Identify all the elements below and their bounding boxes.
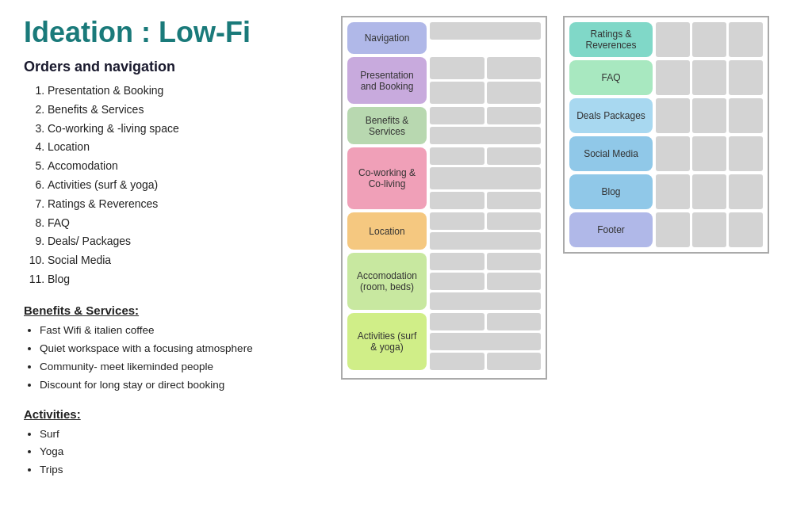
right-box	[729, 174, 763, 209]
wire-boxes-cow	[427, 147, 541, 209]
wire-box	[487, 273, 542, 290]
wire-label-pres: Presentation and Booking	[347, 57, 427, 104]
benefit-item-1: Fast Wifi & italien coffee	[40, 322, 325, 340]
right-boxes-faq	[656, 60, 763, 95]
left-panel: Ideation : Low-Fi Orders and navigation …	[24, 16, 325, 492]
wire-boxes-loc	[427, 212, 541, 250]
right-label-faq: FAQ	[569, 60, 653, 95]
wire-section-nav: Navigation	[347, 22, 541, 54]
right-label-blog: Blog	[569, 174, 653, 209]
nav-item-5: Accomodation	[48, 157, 325, 176]
activity-item-1: Surf	[40, 426, 325, 444]
right-section-faq: FAQ	[569, 60, 763, 95]
wire-box	[487, 212, 542, 230]
right-section-soc: Social Media	[569, 136, 763, 171]
wire-section-acc: Accomodation (room, beds)	[347, 253, 541, 310]
wire-label-loc: Location	[347, 212, 427, 250]
wire-box	[487, 353, 542, 370]
right-box	[692, 136, 726, 171]
wire-label-cow: Co-working & Co-living	[347, 147, 427, 209]
wire-boxes-pres	[427, 57, 541, 104]
wire-box	[430, 167, 541, 189]
wire-label-acc: Accomodation (room, beds)	[347, 253, 427, 310]
activity-item-3: Trips	[40, 461, 325, 479]
right-box	[729, 136, 763, 171]
right-box	[656, 136, 690, 171]
right-box	[729, 22, 763, 57]
right-wireframe: Ratings & ReverencesFAQDeals PackagesSoc…	[563, 16, 769, 254]
wire-box	[487, 107, 542, 124]
right-box	[729, 60, 763, 95]
wire-section-loc: Location	[347, 212, 541, 250]
activity-item-2: Yoga	[40, 443, 325, 461]
wire-box	[430, 333, 541, 350]
page-container: Ideation : Low-Fi Orders and navigation …	[0, 0, 812, 508]
main-title: Ideation : Low-Fi	[24, 16, 325, 49]
right-boxes-rat	[656, 22, 763, 57]
right-box	[692, 22, 726, 57]
right-box	[692, 60, 726, 95]
wire-box	[430, 292, 541, 310]
wire-boxes-nav	[427, 22, 541, 54]
nav-item-9: Deals/ Packages	[48, 232, 325, 251]
right-box	[656, 60, 690, 95]
benefit-item-4: Discount for long stay or direct booking	[40, 376, 325, 395]
wire-section-ben: Benefits & Services	[347, 107, 541, 144]
nav-item-8: FAQ	[48, 214, 325, 233]
wire-box	[430, 232, 541, 250]
wire-box	[430, 212, 485, 230]
middle-wireframe: NavigationPresentation and BookingBenefi…	[341, 16, 547, 380]
right-boxes-foot	[656, 212, 763, 247]
wire-box	[487, 313, 542, 330]
right-label-soc: Social Media	[569, 136, 653, 171]
right-section-foot: Footer	[569, 212, 763, 247]
wire-boxes-act	[427, 313, 541, 370]
nav-item-6: Activities (surf & yoga)	[48, 176, 325, 195]
right-boxes-soc	[656, 136, 763, 171]
right-box	[692, 212, 726, 247]
right-boxes-deals	[656, 98, 763, 133]
wire-box	[430, 192, 485, 209]
wire-boxes-acc	[427, 253, 541, 310]
right-label-foot: Footer	[569, 212, 653, 247]
wire-box	[430, 82, 485, 104]
section-title: Orders and navigation	[24, 59, 325, 75]
wire-label-nav: Navigation	[347, 22, 427, 54]
right-boxes-blog	[656, 174, 763, 209]
right-section-deals: Deals Packages	[569, 98, 763, 133]
right-section-rat: Ratings & Reverences	[569, 22, 763, 57]
right-section-blog: Blog	[569, 174, 763, 209]
wire-label-ben: Benefits & Services	[347, 107, 427, 144]
right-box	[656, 174, 690, 209]
right-box	[656, 212, 690, 247]
ordered-list: Presentation & BookingBenefits & Service…	[24, 82, 325, 289]
benefits-list: Fast Wifi & italien coffeeQuiet workspac…	[24, 322, 325, 395]
wire-section-pres: Presentation and Booking	[347, 57, 541, 104]
benefits-title: Benefits & Services:	[24, 304, 325, 317]
wire-section-cow: Co-working & Co-living	[347, 147, 541, 209]
right-box	[656, 22, 690, 57]
benefit-item-2: Quiet workspace with a focusing atmosphe…	[40, 340, 325, 358]
nav-item-3: Co-working & -living space	[48, 120, 325, 139]
wire-box	[430, 147, 485, 165]
nav-item-4: Location	[48, 138, 325, 157]
wire-box	[487, 192, 542, 209]
nav-item-1: Presentation & Booking	[48, 82, 325, 101]
right-box	[729, 212, 763, 247]
wire-box	[430, 353, 485, 370]
nav-item-7: Ratings & Reverences	[48, 195, 325, 214]
activities-title: Activities:	[24, 407, 325, 421]
wire-box	[487, 57, 542, 79]
right-box	[656, 98, 690, 133]
wire-box	[430, 107, 485, 124]
nav-item-2: Benefits & Services	[48, 101, 325, 120]
wire-label-act: Activities (surf & yoga)	[347, 313, 427, 370]
nav-item-10: Social Media	[48, 251, 325, 270]
activities-list: SurfYogaTrips	[24, 426, 325, 480]
right-box	[692, 98, 726, 133]
wire-boxes-ben	[427, 107, 541, 144]
wire-box	[487, 82, 542, 104]
right-box	[692, 174, 726, 209]
right-box	[729, 98, 763, 133]
wire-box	[487, 253, 542, 270]
